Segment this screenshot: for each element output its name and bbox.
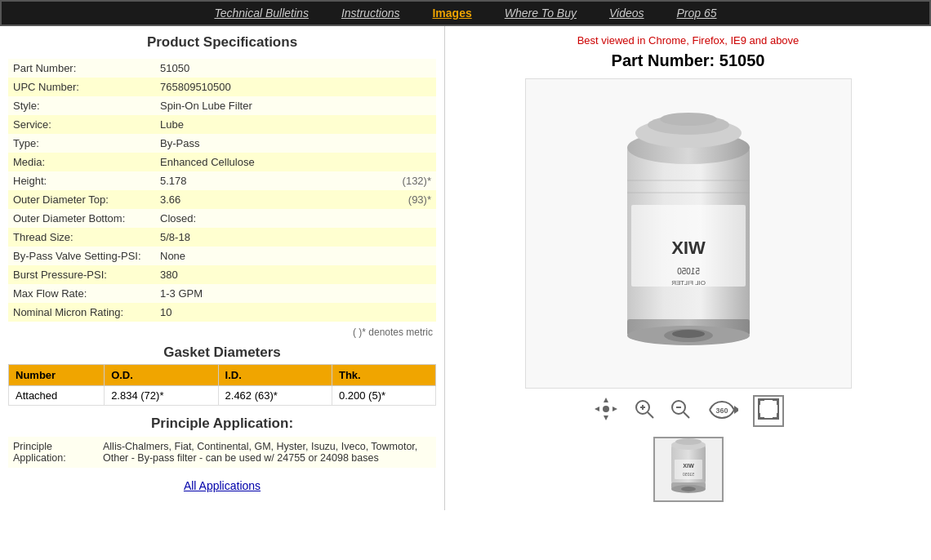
image-viewer[interactable]: WIX 51050 OIL FILTER <box>525 78 852 389</box>
nav-technical-bulletins[interactable]: Technical Bulletins <box>214 7 308 20</box>
nav-videos[interactable]: Videos <box>609 7 644 20</box>
spec-value: 765809510500 <box>155 78 371 96</box>
image-controls: 360 <box>593 395 784 427</box>
all-applications-link[interactable]: All Applications <box>184 479 261 492</box>
spec-label: Height: <box>8 171 155 190</box>
principle-table: PrincipleApplication: Allis-Chalmers, Fi… <box>8 437 436 468</box>
gasket-number: Attached <box>9 386 105 406</box>
spec-metric <box>371 209 436 228</box>
metric-note: ( )* denotes metric <box>11 327 433 338</box>
nav-where-to-buy[interactable]: Where To Buy <box>505 7 577 20</box>
svg-text:360: 360 <box>715 407 728 415</box>
thumbnail-image[interactable]: WIX 51050 <box>653 437 724 502</box>
svg-marker-16 <box>604 416 608 420</box>
svg-text:51050: 51050 <box>676 267 699 276</box>
spec-metric <box>371 247 436 265</box>
spec-metric <box>371 78 436 96</box>
gasket-id: 2.462 (63)* <box>218 386 332 406</box>
svg-marker-15 <box>604 398 608 402</box>
svg-text:51050: 51050 <box>682 472 693 477</box>
expand-button[interactable] <box>753 395 784 427</box>
spec-label: Outer Diameter Bottom: <box>8 209 155 228</box>
spec-value: 380 <box>155 265 371 284</box>
svg-marker-17 <box>595 407 599 411</box>
thumbnail-area: WIX 51050 <box>653 437 724 502</box>
svg-point-8 <box>672 330 705 338</box>
spec-metric <box>371 303 436 322</box>
gasket-col-od: O.D. <box>105 365 218 386</box>
spec-metric <box>371 153 436 171</box>
browser-note: Best viewed in Chrome, Firefox, IE9 and … <box>577 34 800 47</box>
gasket-col-number: Number <box>9 365 105 386</box>
spec-label: Type: <box>8 134 155 153</box>
table-row: Type: By-Pass <box>8 134 436 153</box>
spec-metric: (132)* <box>371 171 436 190</box>
spec-label: Style: <box>8 96 155 115</box>
product-specs-title: Product Specifications <box>8 34 436 51</box>
gasket-col-thk: Thk. <box>332 365 435 386</box>
nav-images[interactable]: Images <box>432 7 471 20</box>
part-number-title: Part Number: 51050 <box>612 51 765 70</box>
spec-label: UPC Number: <box>8 78 155 96</box>
gasket-col-id: I.D. <box>218 365 332 386</box>
spec-value: None <box>155 247 371 265</box>
table-row: UPC Number: 765809510500 <box>8 78 436 96</box>
gasket-row: Attached 2.834 (72)* 2.462 (63)* 0.200 (… <box>9 386 436 406</box>
nav-prop65[interactable]: Prop 65 <box>677 7 717 20</box>
spec-label: Media: <box>8 153 155 171</box>
gasket-thk: 0.200 (5)* <box>332 386 435 406</box>
svg-line-23 <box>648 412 653 418</box>
view-360-button[interactable]: 360 <box>706 399 738 423</box>
spec-metric <box>371 115 436 134</box>
spec-label: Max Flow Rate: <box>8 284 155 303</box>
spec-value: Lube <box>155 115 371 134</box>
spec-label: Outer Diameter Top: <box>8 190 155 209</box>
spec-metric: (93)* <box>371 190 436 209</box>
spec-value: Spin-On Lube Filter <box>155 96 371 115</box>
spec-label: Burst Pressure-PSI: <box>8 265 155 284</box>
spec-label: Thread Size: <box>8 228 155 247</box>
svg-point-19 <box>603 406 609 412</box>
spec-metric <box>371 265 436 284</box>
pan-control[interactable] <box>593 396 619 427</box>
spec-metric <box>371 284 436 303</box>
spec-metric <box>371 59 436 78</box>
all-applications-container: All Applications <box>8 479 436 492</box>
spec-label: By-Pass Valve Setting-PSI: <box>8 247 155 265</box>
right-panel: Best viewed in Chrome, Firefox, IE9 and … <box>445 26 931 510</box>
svg-text:WIX: WIX <box>683 463 694 469</box>
svg-point-35 <box>681 487 696 491</box>
svg-point-32 <box>675 438 702 445</box>
gasket-table: Number O.D. I.D. Thk. Attached 2.834 (72… <box>8 364 436 406</box>
table-row: Nominal Micron Rating: 10 <box>8 303 436 322</box>
principle-title: Principle Application: <box>8 416 436 432</box>
spec-label: Part Number: <box>8 59 155 78</box>
spec-metric <box>371 228 436 247</box>
svg-point-4 <box>660 113 717 126</box>
zoom-out-button[interactable] <box>670 398 691 424</box>
filter-image: WIX 51050 OIL FILTER <box>599 99 778 368</box>
navigation-bar: Technical Bulletins Instructions Images … <box>0 0 931 26</box>
gasket-title: Gasket Diameters <box>8 344 436 361</box>
principle-label: PrincipleApplication: <box>8 437 98 468</box>
spec-value: Enhanced Cellulose <box>155 153 371 171</box>
table-row: Max Flow Rate: 1-3 GPM <box>8 284 436 303</box>
spec-value: 5/8-18 <box>155 228 371 247</box>
spec-value: 5.178 <box>155 171 371 190</box>
spec-value: 3.66 <box>155 190 371 209</box>
table-row: Height: 5.178 (132)* <box>8 171 436 190</box>
zoom-in-button[interactable] <box>634 398 655 424</box>
nav-instructions[interactable]: Instructions <box>341 7 400 20</box>
svg-text:WIX: WIX <box>670 238 705 258</box>
specs-table: Part Number: 51050 UPC Number: 765809510… <box>8 59 436 322</box>
spec-value: 51050 <box>155 59 371 78</box>
left-panel: Product Specifications Part Number: 5105… <box>0 26 445 510</box>
table-row: Service: Lube <box>8 115 436 134</box>
spec-value: 10 <box>155 303 371 322</box>
spec-label: Nominal Micron Rating: <box>8 303 155 322</box>
table-row: Media: Enhanced Cellulose <box>8 153 436 171</box>
svg-line-26 <box>684 412 689 418</box>
table-row: Outer Diameter Bottom: Closed: <box>8 209 436 228</box>
svg-rect-29 <box>759 399 778 419</box>
gasket-od: 2.834 (72)* <box>105 386 218 406</box>
